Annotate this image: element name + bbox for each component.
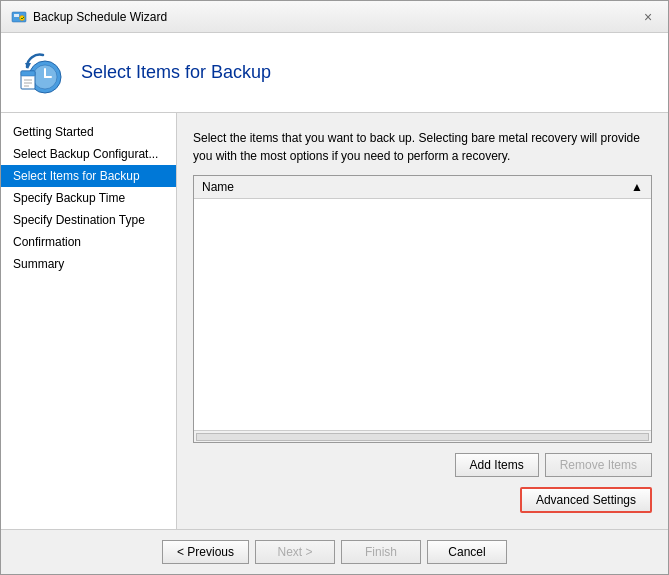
page-title: Select Items for Backup <box>81 62 271 83</box>
svg-point-2 <box>20 15 25 20</box>
scrollbar-track <box>196 433 649 441</box>
wizard-header: Select Items for Backup <box>1 33 668 113</box>
main-panel: Select the items that you want to back u… <box>177 113 668 529</box>
sidebar-item-getting-started[interactable]: Getting Started <box>1 121 176 143</box>
app-icon <box>11 9 27 25</box>
action-buttons: Add Items Remove Items <box>193 453 652 477</box>
close-button[interactable]: × <box>638 7 658 27</box>
svg-rect-1 <box>14 14 19 17</box>
sidebar-item-specify-destination[interactable]: Specify Destination Type <box>1 209 176 231</box>
horizontal-scrollbar[interactable] <box>194 430 651 442</box>
instruction-text: Select the items that you want to back u… <box>193 129 652 165</box>
header-icon <box>17 49 65 97</box>
svg-rect-9 <box>21 71 35 76</box>
sidebar-item-select-items[interactable]: Select Items for Backup <box>1 165 176 187</box>
sidebar-item-summary[interactable]: Summary <box>1 253 176 275</box>
advanced-row: Advanced Settings <box>193 487 652 513</box>
items-table: Name ▲ <box>193 175 652 443</box>
table-header: Name ▲ <box>194 176 651 199</box>
remove-items-button[interactable]: Remove Items <box>545 453 652 477</box>
wizard-window: Backup Schedule Wizard × Se <box>0 0 669 575</box>
finish-button[interactable]: Finish <box>341 540 421 564</box>
advanced-settings-button[interactable]: Advanced Settings <box>520 487 652 513</box>
wizard-footer: < Previous Next > Finish Cancel <box>1 529 668 574</box>
cancel-button[interactable]: Cancel <box>427 540 507 564</box>
name-column-header: Name <box>202 180 234 194</box>
sidebar-item-confirmation[interactable]: Confirmation <box>1 231 176 253</box>
sort-icon: ▲ <box>631 180 643 194</box>
wizard-sidebar: Getting Started Select Backup Configurat… <box>1 113 177 529</box>
content-area: Getting Started Select Backup Configurat… <box>1 113 668 529</box>
next-button[interactable]: Next > <box>255 540 335 564</box>
add-items-button[interactable]: Add Items <box>455 453 539 477</box>
previous-button[interactable]: < Previous <box>162 540 249 564</box>
title-bar: Backup Schedule Wizard × <box>1 1 668 33</box>
title-bar-text: Backup Schedule Wizard <box>33 10 167 24</box>
table-body[interactable] <box>194 199 651 430</box>
title-bar-left: Backup Schedule Wizard <box>11 9 167 25</box>
sidebar-item-specify-backup-time[interactable]: Specify Backup Time <box>1 187 176 209</box>
sidebar-item-select-backup-config[interactable]: Select Backup Configurat... <box>1 143 176 165</box>
